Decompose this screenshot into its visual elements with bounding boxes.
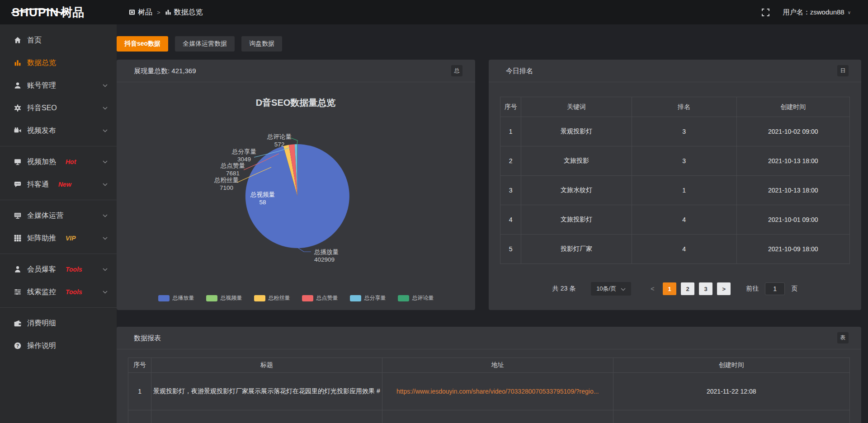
fullscreen-icon[interactable] [762, 9, 769, 16]
legend-label: 总点赞量 [316, 294, 338, 302]
table-row: 3文旅水纹灯12021-10-13 18:00 [500, 176, 850, 205]
ranking-table-head: 序号关键词排名创建时间 [500, 97, 850, 117]
legend-item-总评论量[interactable]: 总评论量 [398, 294, 434, 302]
column-header: 创建时间 [613, 358, 850, 373]
table-header-row: 序号标题地址创建时间 [128, 358, 850, 373]
pie-label-value: 402909 [314, 256, 335, 263]
legend-label: 总视频量 [221, 294, 242, 302]
chevron-down-icon [103, 107, 108, 110]
table-cell: 景观投影灯 [521, 117, 632, 146]
user-icon [14, 82, 21, 89]
pagination-prev-button[interactable]: < [646, 285, 658, 292]
breadcrumb-item[interactable]: 数据总览 [165, 8, 203, 17]
table-row: 1景观投影灯32021-10-02 09:00 [500, 117, 850, 146]
legend-item-总点赞量[interactable]: 总点赞量 [302, 294, 338, 302]
tab-询盘数据[interactable]: 询盘数据 [241, 36, 282, 52]
tab-抖音seo数据[interactable]: 抖音seo数据 [117, 36, 168, 52]
chat-icon [14, 181, 21, 188]
tab-全媒体运营数据[interactable]: 全媒体运营数据 [175, 36, 235, 52]
pagination-page-3[interactable]: 3 [699, 282, 712, 295]
sidebar-item-label: 消费明细 [27, 319, 56, 328]
legend-item-总分享量[interactable]: 总分享量 [350, 294, 386, 302]
sidebar-item-account-management[interactable]: 账号管理 [0, 74, 117, 97]
report-table: 序号标题地址创建时间 1景观投影灯，夜游景观投影灯厂家展示展示落花灯在花园里的灯… [128, 357, 850, 423]
sidebar-item-member-burst[interactable]: 会员爆客Tools [0, 258, 117, 281]
table-header-row: 序号关键词排名创建时间 [500, 97, 850, 117]
sidebar-item-label: 全媒体运营 [27, 211, 63, 221]
sidebar-divider [0, 307, 117, 308]
pie-label-name: 总粉丝量 [214, 177, 239, 183]
sidebar-item-video-publish[interactable]: 视频发布 [0, 119, 117, 142]
chevron-down-icon: ∨ [848, 10, 851, 15]
chevron-down-icon [103, 291, 108, 294]
sidebar-item-label: 线索监控 [27, 287, 56, 297]
legend-item-总粉丝量[interactable]: 总粉丝量 [254, 294, 290, 302]
chevron-down-icon [103, 84, 108, 87]
app-icon [129, 9, 135, 15]
bar-chart-icon [14, 59, 21, 66]
sidebar-item-home[interactable]: 首页 [0, 29, 117, 52]
pie-label-value: 3049 [237, 156, 251, 163]
legend-item-总播放量[interactable]: 总播放量 [158, 294, 194, 302]
breadcrumb-item[interactable]: 树品 [129, 8, 152, 17]
sidebar-item-label: 抖客通 [27, 180, 49, 189]
sidebar-item-media-operation[interactable]: 全媒体运营 [0, 204, 117, 227]
user-menu[interactable]: 用户名：zswodun88 ∨ [783, 8, 851, 17]
legend-label: 总分享量 [364, 294, 386, 302]
sidebar-item-label: 矩阵助推 [27, 234, 56, 243]
sidebar-item-doukotong[interactable]: 抖客通New [0, 173, 117, 196]
svg-text:D音SEO数据量总览: D音SEO数据量总览 [256, 98, 336, 108]
app-logo: SHUPIN 树品 [0, 6, 117, 18]
legend-swatch [302, 295, 313, 301]
logo-text-cn: 树品 [61, 6, 84, 18]
pie-label-name: 总分享量 [231, 148, 256, 155]
breadcrumb-label: 数据总览 [174, 8, 203, 17]
legend-swatch [206, 295, 217, 301]
chart-legend: 总播放量总视频量总粉丝量总点赞量总分享量总评论量 [117, 294, 475, 302]
page-size-select[interactable]: 10条/页 [591, 282, 631, 296]
pagination-page-1[interactable]: 1 [663, 282, 676, 295]
sidebar-item-operation-guide[interactable]: ?操作说明 [0, 334, 117, 357]
impressions-total-label: 展现量总数: 421,369 [134, 67, 196, 75]
video-link[interactable]: https://www.iesdouyin.com/share/video/70… [396, 388, 599, 395]
legend-swatch [398, 295, 409, 301]
sidebar-item-badge: Hot [66, 158, 76, 165]
day-corner-badge[interactable]: 日 [837, 65, 849, 76]
total-corner-badge[interactable]: 总 [451, 65, 462, 76]
pagination-next-button[interactable]: > [717, 282, 731, 295]
ranking-table: 序号关键词排名创建时间 1景观投影灯32021-10-02 09:002文旅投影… [500, 97, 850, 264]
pie-label-name: 总视频量 [250, 191, 275, 198]
ranking-panel-header: 今日排名 日 [489, 60, 861, 82]
legend-item-总视频量[interactable]: 总视频量 [206, 294, 242, 302]
goto-page-input[interactable] [765, 282, 785, 295]
pie-label-line [291, 138, 297, 145]
chevron-down-icon [103, 160, 108, 164]
table-row: 5投影灯厂家42021-10-09 18:00 [500, 235, 850, 264]
sidebar-item-clue-monitor[interactable]: 线索监控Tools [0, 281, 117, 303]
pagination-page-2[interactable]: 2 [681, 282, 694, 295]
table-cell [382, 410, 613, 423]
table-cell: 3 [632, 117, 736, 146]
table-corner-badge[interactable]: 表 [837, 332, 849, 343]
table-cell: 5 [500, 235, 521, 264]
sidebar-item-douyin-seo[interactable]: 抖音SEO [0, 97, 117, 119]
report-table-body: 1景观投影灯，夜游景观投影灯厂家展示展示落花灯在花园里的灯光投影应用效果 #ht… [128, 373, 850, 423]
member-icon [14, 266, 21, 273]
sidebar-item-video-heat[interactable]: 视频加热Hot [0, 150, 117, 173]
sidebar-item-consume-detail[interactable]: 消费明细 [0, 312, 117, 334]
table-cell: 文旅水纹灯 [521, 176, 632, 205]
table-cell: 1 [500, 117, 521, 146]
sidebar-divider [0, 254, 117, 254]
sidebar-item-label: 首页 [27, 36, 42, 45]
table-row: 2文旅投影32021-10-13 18:00 [500, 146, 850, 176]
table-row-partial [128, 410, 850, 423]
table-cell [613, 410, 850, 423]
chevron-down-icon [103, 237, 108, 240]
table-cell [151, 410, 382, 423]
sidebar-item-badge: New [58, 181, 71, 188]
sidebar-item-data-overview[interactable]: 数据总览 [0, 52, 117, 74]
legend-swatch [254, 295, 265, 301]
top-header: SHUPIN 树品 树品>数据总览 用户名：zswodun88 ∨ [0, 0, 868, 24]
column-header: 地址 [382, 358, 613, 373]
sidebar-item-matrix-boost[interactable]: 矩阵助推VIP [0, 227, 117, 249]
